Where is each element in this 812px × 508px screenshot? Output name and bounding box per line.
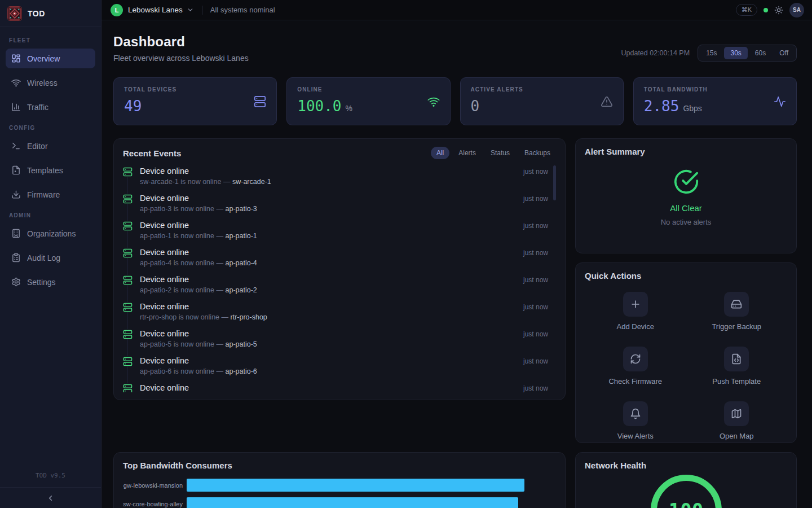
view-alerts-button[interactable]: View Alerts xyxy=(585,401,686,440)
scrollbar-thumb[interactable] xyxy=(553,165,556,200)
event-title: Device online xyxy=(140,194,189,203)
sidebar-item-label: Traffic xyxy=(27,103,48,112)
alert-summary-panel: Alert Summary All Clear No active alerts xyxy=(575,138,797,253)
event-description: ap-patio-5 is now online — ap-patio-5 xyxy=(140,340,548,348)
org-selector[interactable]: L Lebowski Lanes xyxy=(111,4,194,16)
event-timestamp: just now xyxy=(523,330,548,338)
bandwidth-bar-track xyxy=(187,497,556,508)
server-icon xyxy=(254,95,266,108)
bar-chart-icon xyxy=(11,102,21,112)
tab-status[interactable]: Status xyxy=(485,147,515,159)
bandwidth-row: sw-core-bowling-alley xyxy=(123,497,556,508)
sidebar-item-label: Wireless xyxy=(27,78,58,87)
event-description: rtr-pro-shop is now online — rtr-pro-sho… xyxy=(140,313,548,321)
nav-section-config: CONFIG xyxy=(9,125,92,131)
refresh-option-off[interactable]: Off xyxy=(773,47,795,59)
plus-icon xyxy=(623,292,648,317)
sidebar-item-traffic[interactable]: Traffic xyxy=(6,97,95,117)
recent-events-panel: Recent Events All Alerts Status Backups … xyxy=(113,138,566,400)
event-title: Device online xyxy=(140,356,189,365)
alert-status-text: All Clear xyxy=(670,203,702,213)
bandwidth-consumers-panel: Top Bandwidth Consumers gw-lebowski-mans… xyxy=(113,452,566,508)
event-row: Device online just now ap-patio-4 is now… xyxy=(123,246,548,273)
bandwidth-bar-chart: gw-lebowski-mansion sw-core-bowling-alle… xyxy=(123,479,556,508)
bandwidth-bar-track xyxy=(187,479,556,492)
action-label: Add Device xyxy=(617,322,654,331)
sidebar-nav: FLEET Overview Wireless Traffic CONFIG E… xyxy=(0,27,101,508)
app-version: TOD v9.5 xyxy=(0,472,101,487)
sidebar-item-label: Audit Log xyxy=(27,253,60,262)
stat-value: 0 xyxy=(471,98,480,115)
add-device-button[interactable]: Add Device xyxy=(585,292,686,331)
server-icon xyxy=(123,356,133,366)
org-avatar: L xyxy=(111,4,123,16)
sidebar-item-audit-log[interactable]: Audit Log xyxy=(6,248,95,268)
sidebar-item-label: Organizations xyxy=(27,229,76,238)
push-template-button[interactable]: Push Template xyxy=(686,347,788,386)
sidebar-item-overview[interactable]: Overview xyxy=(6,49,95,68)
sidebar-item-firmware[interactable]: Firmware xyxy=(6,185,95,204)
download-icon xyxy=(11,190,21,199)
event-title: Device online xyxy=(140,248,189,257)
event-timestamp: just now xyxy=(523,222,548,230)
user-avatar[interactable]: SA xyxy=(789,3,804,17)
trigger-backup-button[interactable]: Trigger Backup xyxy=(686,292,788,331)
event-timestamp: just now xyxy=(523,276,548,284)
events-filter-tabs: All Alerts Status Backups xyxy=(431,147,556,159)
event-title: Device online xyxy=(140,302,189,311)
sidebar-item-templates[interactable]: Templates xyxy=(6,160,95,180)
quick-actions-panel: Quick Actions Add Device Tri xyxy=(575,262,797,443)
wifi-icon xyxy=(11,78,21,87)
terminal-icon xyxy=(11,141,21,151)
topbar: L Lebowski Lanes All systems nominal ⌘K … xyxy=(102,0,812,20)
sidebar-item-settings[interactable]: Settings xyxy=(6,272,95,292)
event-description: sw-arcade-1 is now online — sw-arcade-1 xyxy=(140,178,548,186)
open-map-button[interactable]: Open Map xyxy=(686,401,788,440)
check-circle-icon xyxy=(673,169,699,197)
server-icon xyxy=(123,248,133,258)
stat-unit: % xyxy=(346,104,352,113)
event-row: Device online just now ap-patio-1 is now… xyxy=(123,218,548,246)
bandwidth-device-label: sw-core-bowling-alley xyxy=(123,501,187,507)
file-code-icon xyxy=(724,347,749,371)
server-icon xyxy=(123,221,133,231)
sidebar-item-label: Templates xyxy=(27,166,63,175)
recent-events-title: Recent Events xyxy=(123,148,181,158)
tab-backups[interactable]: Backups xyxy=(519,147,556,159)
refresh-icon xyxy=(623,347,648,371)
sidebar-item-organizations[interactable]: Organizations xyxy=(6,224,95,243)
sidebar-item-wireless[interactable]: Wireless xyxy=(6,73,95,93)
sidebar-item-editor[interactable]: Editor xyxy=(6,136,95,156)
action-label: Check Firmware xyxy=(608,377,662,386)
alert-detail-text: No active alerts xyxy=(661,218,712,226)
wifi-icon xyxy=(427,95,440,108)
server-icon xyxy=(123,275,133,285)
tab-alerts[interactable]: Alerts xyxy=(453,147,482,159)
event-row: Device online just now ap-patio-5 is now… xyxy=(123,327,548,354)
check-firmware-button[interactable]: Check Firmware xyxy=(585,347,686,386)
sidebar: TOD FLEET Overview Wireless Traffic CONF… xyxy=(0,0,102,508)
refresh-option-15s[interactable]: 15s xyxy=(700,47,723,59)
event-timestamp: just now xyxy=(523,168,548,176)
alert-summary-title: Alert Summary xyxy=(585,147,787,156)
sidebar-collapse-button[interactable] xyxy=(0,487,101,508)
event-row: Device online just now ap-patio-2 is now… xyxy=(123,273,548,300)
command-palette-button[interactable]: ⌘K xyxy=(736,4,757,16)
event-timestamp: just now xyxy=(523,303,548,311)
chevron-down-icon xyxy=(187,6,194,14)
sun-icon[interactable] xyxy=(774,6,783,15)
network-health-title: Network Health xyxy=(585,461,787,470)
stat-card-online: ONLINE 100.0 % xyxy=(286,77,450,125)
system-status-text: All systems nominal xyxy=(210,6,275,14)
event-row: Device online just now sw-arcade-1 is no… xyxy=(123,164,548,191)
nav-section-admin: ADMIN xyxy=(9,212,92,218)
server-icon xyxy=(123,194,133,204)
clipboard-icon xyxy=(11,253,21,262)
refresh-option-60s[interactable]: 60s xyxy=(749,47,772,59)
action-label: Open Map xyxy=(720,432,754,440)
event-timestamp: just now xyxy=(523,249,548,257)
tab-all[interactable]: All xyxy=(431,147,449,159)
event-row: Device online just now ap-patio-3 is now… xyxy=(123,191,548,218)
server-icon xyxy=(123,302,133,312)
refresh-option-30s[interactable]: 30s xyxy=(724,47,747,59)
